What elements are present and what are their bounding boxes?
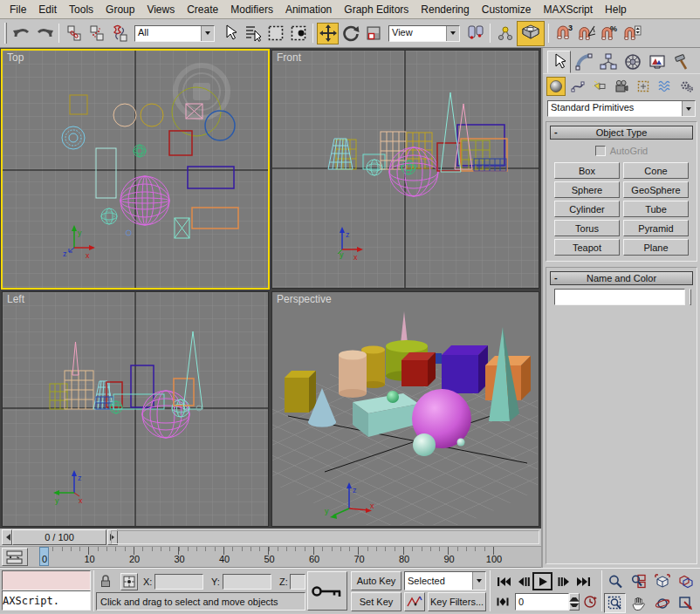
viewport-front[interactable]: z x y Front [271, 50, 539, 289]
tab-modify[interactable] [572, 51, 595, 73]
set-keys-button[interactable] [307, 571, 347, 611]
pyramid-button[interactable]: Pyramid [623, 220, 689, 236]
subcat-systems[interactable] [677, 77, 697, 96]
key-selection-dropdown[interactable]: Selected [404, 571, 486, 590]
viewport-perspective-canvas[interactable]: z x y [272, 292, 539, 526]
selection-lock-toggle[interactable] [98, 573, 113, 589]
menu-group[interactable]: Group [100, 1, 141, 18]
select-by-name-button[interactable] [242, 23, 264, 44]
select-and-rotate-button[interactable] [340, 23, 361, 44]
selection-filter-arrow[interactable] [201, 26, 214, 41]
zoom-extents-button[interactable] [651, 571, 673, 591]
x-coordinate-field[interactable] [154, 574, 203, 590]
select-and-manipulate-button[interactable] [494, 23, 516, 44]
viewport-left-canvas[interactable]: z y x [3, 292, 268, 526]
menu-customize[interactable]: Customize [476, 1, 538, 18]
reference-coordinate-dropdown[interactable]: View [388, 25, 460, 42]
bind-to-space-warp-button[interactable] [108, 23, 130, 44]
track-bar-ruler[interactable]: 0 10 20 30 40 50 60 70 80 90 100 [30, 547, 539, 567]
region-zoom-button[interactable] [604, 593, 626, 613]
listener-macro-row[interactable] [2, 570, 91, 590]
subcat-space-warps[interactable] [655, 77, 675, 96]
subcat-lights[interactable] [590, 77, 609, 96]
subcat-cameras[interactable] [612, 77, 631, 96]
tab-motion[interactable] [621, 51, 644, 73]
rectangular-selection-region-button[interactable] [264, 23, 286, 44]
sphere-button[interactable]: Sphere [554, 181, 620, 198]
next-frame-button[interactable] [555, 572, 573, 590]
menu-animation[interactable]: Animation [279, 1, 338, 18]
cylinder-button[interactable]: Cylinder [554, 201, 620, 217]
teapot-button[interactable]: Teapot [554, 239, 620, 256]
unlink-selection-button[interactable] [86, 23, 107, 44]
key-mode-toggle-button[interactable] [494, 593, 511, 611]
menu-file[interactable]: File [3, 1, 32, 18]
redo-button[interactable] [33, 23, 55, 44]
listener-output-row[interactable]: AXScript. [2, 590, 91, 611]
menu-edit[interactable]: Edit [32, 1, 63, 18]
angle-snap-toggle-button[interactable] [575, 23, 597, 44]
select-and-move-button[interactable] [317, 23, 339, 44]
plane-button[interactable]: Plane [623, 239, 689, 256]
tab-create[interactable] [547, 51, 571, 73]
torus-button[interactable]: Torus [554, 220, 620, 236]
key-filters-button[interactable]: Key Filters... [428, 592, 486, 611]
arc-rotate-button[interactable] [651, 593, 673, 613]
spinner-snap-toggle-button[interactable] [621, 23, 642, 44]
name-color-rollout-header[interactable]: - Name and Color [550, 271, 693, 285]
menu-maxscript[interactable]: MAXScript [537, 1, 599, 18]
y-coordinate-field[interactable] [223, 574, 271, 590]
toolbar-grip[interactable] [4, 23, 7, 44]
time-slider-prev-button[interactable] [2, 529, 12, 545]
menu-create[interactable]: Create [181, 1, 224, 18]
tab-display[interactable] [645, 51, 669, 73]
menu-rendering[interactable]: Rendering [415, 1, 475, 18]
menu-modifiers[interactable]: Modifiers [224, 1, 279, 18]
geosphere-button[interactable]: GeoSphere [623, 181, 689, 198]
select-and-link-button[interactable] [63, 23, 85, 44]
select-and-scale-button[interactable] [362, 23, 384, 44]
window-crossing-toggle-button[interactable] [287, 23, 309, 44]
pan-view-button[interactable] [628, 593, 649, 613]
maxscript-mini-listener[interactable]: AXScript. [2, 570, 91, 611]
auto-key-button[interactable]: Auto Key [351, 571, 401, 590]
mini-curve-editor-button[interactable] [2, 548, 28, 566]
menu-views[interactable]: Views [141, 1, 181, 18]
menu-help[interactable]: Help [599, 1, 633, 18]
go-to-start-button[interactable] [494, 572, 512, 590]
min-max-toggle-button[interactable] [675, 593, 697, 613]
time-configuration-button[interactable] [581, 593, 599, 611]
go-to-end-button[interactable] [574, 572, 593, 590]
box-button[interactable]: Box [554, 162, 620, 179]
primitive-category-dropdown[interactable]: Standard Primitives [547, 100, 696, 117]
percent-snap-toggle-button[interactable]: % [598, 23, 620, 44]
z-coordinate-field[interactable] [290, 574, 305, 590]
tube-button[interactable]: Tube [623, 201, 689, 217]
menu-tools[interactable]: Tools [63, 1, 100, 18]
menu-graph-editors[interactable]: Graph Editors [338, 1, 415, 18]
set-key-button[interactable]: Set Key [351, 592, 401, 611]
zoom-extents-all-button[interactable] [675, 571, 697, 591]
viewport-left[interactable]: z y x Left [2, 291, 269, 527]
tab-utilities[interactable] [669, 51, 693, 73]
viewport-perspective[interactable]: z x y Perspective [271, 291, 539, 527]
time-slider-handle[interactable]: 0 / 100 [12, 529, 106, 545]
zoom-all-button[interactable] [628, 571, 649, 591]
primitive-category-arrow[interactable] [682, 101, 695, 116]
subcat-geometry[interactable] [546, 77, 566, 96]
subcat-shapes[interactable] [568, 77, 587, 96]
default-in-out-tangents-button[interactable] [404, 592, 425, 611]
key-selection-arrow[interactable] [472, 572, 485, 590]
snap-toggle-3d-button[interactable]: 3 [552, 23, 574, 44]
spinner-up-button[interactable] [569, 593, 580, 602]
keyboard-shortcut-override-button[interactable] [517, 21, 545, 46]
subcat-helpers[interactable] [634, 77, 653, 96]
play-animation-button[interactable] [532, 572, 552, 590]
selection-filter-dropdown[interactable]: All [134, 25, 215, 42]
previous-frame-button[interactable] [514, 572, 532, 590]
viewport-top[interactable]: y x z Top [1, 49, 270, 290]
spinner-down-button[interactable] [569, 602, 580, 611]
select-object-button[interactable] [219, 23, 241, 44]
tab-hierarchy[interactable] [596, 51, 620, 73]
current-frame-field[interactable]: 0 [515, 593, 569, 611]
